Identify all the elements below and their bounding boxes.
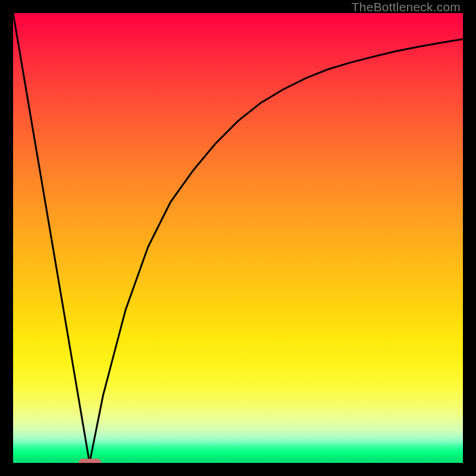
right-branch-line <box>90 39 463 463</box>
curve-layer <box>13 13 463 463</box>
chart-frame: TheBottleneck.com <box>0 0 476 476</box>
bottleneck-marker <box>79 459 101 463</box>
watermark-text: TheBottleneck.com <box>352 0 461 14</box>
left-branch-line <box>13 13 90 463</box>
plot-area <box>13 13 463 463</box>
